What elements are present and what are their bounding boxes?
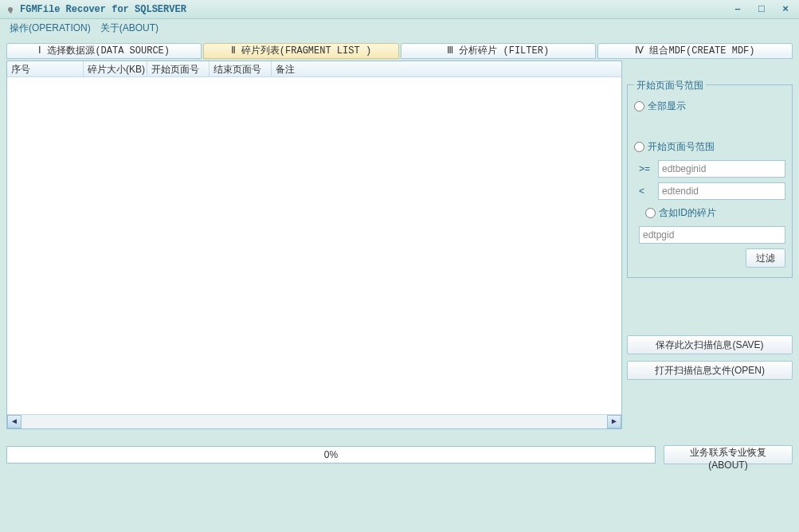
app-icon (5, 4, 16, 15)
contact-about-button[interactable]: 业务联系专业恢复(ABOUT) (664, 445, 793, 464)
radio-all-row: 全部显示 (634, 100, 785, 113)
radio-range[interactable] (634, 142, 644, 152)
titlebar: FGMFile Recover for SQLSERVER – □ × (0, 0, 799, 19)
open-button[interactable]: 打开扫描信息文件(OPEN) (627, 361, 793, 380)
radio-range-label: 开始页面号范围 (648, 140, 715, 154)
begin-id-input[interactable] (658, 160, 785, 178)
window-title: FGMFile Recover for SQLSERVER (20, 4, 729, 15)
content-area: Ⅰ 选择数据源(DATA SOURCE) Ⅱ 碎片列表(FRAGMENT LIS… (0, 37, 799, 432)
filter-btn-row: 过滤 (634, 248, 785, 268)
ge-label: >= (639, 163, 653, 174)
radio-all-label: 全部显示 (648, 100, 686, 113)
pgid-input[interactable] (639, 226, 785, 244)
col-size[interactable]: 碎片大小(KB) (84, 61, 147, 76)
tab-data-source[interactable]: Ⅰ 选择数据源(DATA SOURCE) (6, 43, 202, 59)
progress-bar: 0% (6, 446, 656, 464)
col-start-page[interactable]: 开始页面号 (147, 61, 210, 76)
maximize-button[interactable]: □ (753, 3, 770, 16)
right-panel: 开始页面号范围 全部显示 开始页面号范围 >= < (627, 61, 793, 429)
radio-contains-label: 含如ID的碎片 (659, 206, 716, 220)
lt-row: < (639, 182, 785, 200)
grid-header: 序号 碎片大小(KB) 开始页面号 结束页面号 备注 (7, 61, 621, 77)
pgid-row (639, 226, 785, 244)
radio-contains[interactable] (645, 208, 656, 218)
group-title: 开始页面号范围 (634, 79, 706, 92)
menu-operation[interactable]: 操作(OPERATION) (5, 20, 96, 37)
radio-range-row: 开始页面号范围 (634, 140, 785, 154)
close-button[interactable]: × (777, 3, 794, 16)
col-index[interactable]: 序号 (7, 61, 84, 76)
ge-row: >= (639, 160, 785, 178)
action-buttons: 保存此次扫描信息(SAVE) 打开扫描信息文件(OPEN) (627, 335, 793, 380)
bottom-row: 0% 业务联系专业恢复(ABOUT) (0, 445, 799, 464)
radio-all[interactable] (634, 101, 644, 111)
minimize-button[interactable]: – (729, 3, 746, 16)
tab-filter[interactable]: Ⅲ 分析碎片 (FILTER) (401, 43, 596, 59)
window-controls: – □ × (729, 3, 794, 16)
scroll-left-button[interactable]: ◄ (7, 415, 22, 428)
scroll-track[interactable] (22, 415, 607, 428)
scroll-right-button[interactable]: ► (607, 415, 621, 428)
col-end-page[interactable]: 结束页面号 (210, 61, 272, 76)
grid-hscroll: ◄ ► (7, 414, 621, 428)
radio-contains-row: 含如ID的碎片 (645, 206, 785, 220)
menubar: 操作(OPERATION) 关于(ABOUT) (0, 19, 799, 37)
lt-label: < (639, 186, 653, 197)
end-id-input[interactable] (658, 182, 785, 200)
tab-create-mdf[interactable]: Ⅳ 组合MDF(CREATE MDF) (597, 43, 793, 59)
filter-button[interactable]: 过滤 (746, 248, 785, 268)
menu-about[interactable]: 关于(ABOUT) (96, 20, 163, 37)
filter-group: 开始页面号范围 全部显示 开始页面号范围 >= < (627, 84, 793, 278)
tab-fragment-list[interactable]: Ⅱ 碎片列表(FRAGMENT LIST ) (203, 43, 398, 59)
fragment-grid: 序号 碎片大小(KB) 开始页面号 结束页面号 备注 ◄ ► (6, 61, 622, 429)
col-note[interactable]: 备注 (272, 61, 621, 76)
grid-body[interactable] (7, 77, 621, 414)
main-row: 序号 碎片大小(KB) 开始页面号 结束页面号 备注 ◄ ► 开始页面号范围 全… (6, 61, 793, 429)
save-button[interactable]: 保存此次扫描信息(SAVE) (627, 335, 793, 354)
tabs-row: Ⅰ 选择数据源(DATA SOURCE) Ⅱ 碎片列表(FRAGMENT LIS… (6, 43, 793, 59)
